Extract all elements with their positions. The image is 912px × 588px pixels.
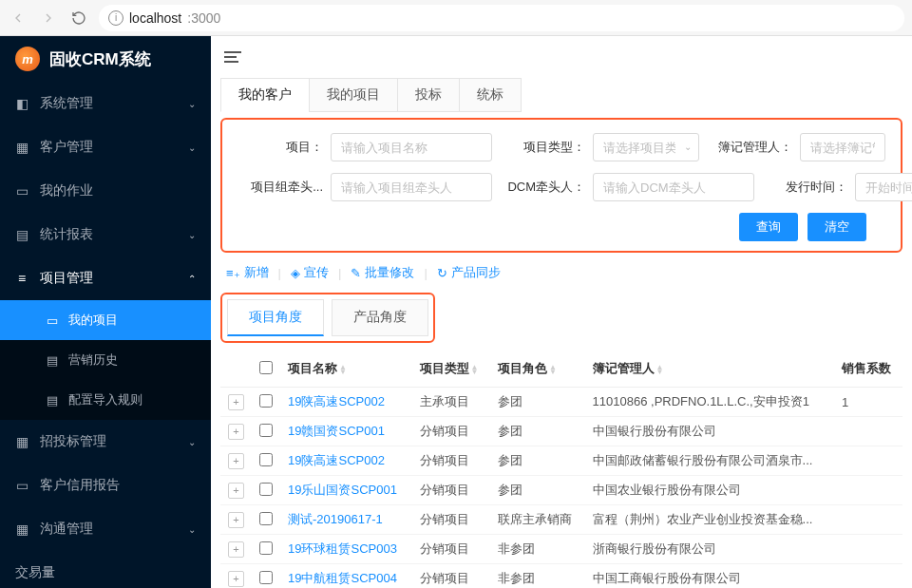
cell-type: 主承项目 [412, 388, 490, 417]
sidebar-item-homework[interactable]: ▭我的作业 [0, 169, 211, 213]
project-name-link[interactable]: 19陕高速SCP002 [288, 453, 385, 467]
expand-row-button[interactable]: + [228, 424, 244, 440]
expand-row-button[interactable]: + [228, 453, 244, 469]
url-host: localhost [129, 10, 181, 26]
tab-my-customer[interactable]: 我的客户 [220, 78, 310, 112]
row-checkbox[interactable] [259, 424, 273, 437]
sidebar-sub-marketing-history[interactable]: ▤营销历史 [0, 340, 211, 380]
chevron-down-icon: ⌄ [684, 142, 692, 152]
sidebar-item-customer[interactable]: ▦客户管理⌄ [0, 125, 211, 169]
filter-lead-input[interactable] [331, 173, 492, 201]
url-bar[interactable]: i localhost:3000 [99, 5, 904, 31]
doc-icon: ▤ [46, 353, 59, 368]
project-name-link[interactable]: 19环球租赁SCP003 [288, 541, 397, 556]
topbar [211, 36, 912, 78]
sidebar-sub-config-import[interactable]: ▤配置导入规则 [0, 380, 211, 420]
row-checkbox[interactable] [259, 541, 273, 555]
cell-booker: 浙商银行股份有限公司 [585, 535, 834, 564]
th-type[interactable]: 项目类型▲▼ [412, 351, 490, 388]
filter-dcm-input[interactable] [593, 173, 754, 201]
expand-row-button[interactable]: + [228, 512, 244, 528]
row-checkbox[interactable] [259, 571, 273, 584]
sort-icon: ▲▼ [656, 365, 664, 374]
grid-icon: ▦ [15, 522, 28, 537]
app-logo: m 固收CRM系统 [0, 36, 211, 82]
tab-unified-bid[interactable]: 统标 [459, 78, 522, 112]
cell-type: 分销项目 [412, 564, 490, 589]
card-icon: ▭ [15, 478, 28, 493]
cell-role: 参团 [490, 417, 585, 446]
row-checkbox[interactable] [259, 483, 273, 496]
cell-sales [834, 535, 902, 564]
expand-row-button[interactable]: + [228, 394, 244, 410]
project-name-link[interactable]: 19赣国资SCP001 [288, 424, 385, 438]
action-publicity[interactable]: ◈宣传 [287, 264, 332, 281]
filter-project-label: 项目： [238, 139, 323, 156]
tab-my-project[interactable]: 我的项目 [309, 78, 398, 112]
expand-row-button[interactable]: + [228, 571, 244, 587]
filter-project-input[interactable] [331, 133, 492, 161]
row-checkbox[interactable] [259, 394, 273, 408]
sort-icon: ▲▼ [549, 365, 557, 374]
sidebar-item-volume[interactable]: 交易量 [0, 551, 211, 588]
select-all-checkbox[interactable] [259, 361, 273, 374]
th-booker[interactable]: 簿记管理人▲▼ [585, 351, 834, 388]
cell-sales [834, 476, 902, 505]
th-sales[interactable]: 销售系数 [834, 351, 902, 388]
filter-booker-label: 簿记管理人： [707, 139, 792, 156]
cell-role: 参团 [490, 388, 585, 417]
th-role[interactable]: 项目角色▲▼ [490, 351, 585, 388]
th-name[interactable]: 项目名称▲▼ [280, 351, 412, 388]
expand-row-button[interactable]: + [228, 483, 244, 499]
nav-reload-button[interactable] [68, 8, 89, 28]
sidebar: m 固收CRM系统 ◧系统管理⌄ ▦客户管理⌄ ▭我的作业 ▤统计报表⌄ ≡项目… [0, 36, 211, 588]
main-content: 我的客户 我的项目 投标 统标 项目： 项目类型： ⌄ 簿记管理人： 项目组牵头… [211, 36, 912, 588]
tag-icon: ◈ [291, 266, 300, 280]
project-name-link[interactable]: 19陕高速SCP002 [288, 394, 385, 408]
dashboard-icon: ◧ [15, 96, 28, 111]
collapse-sidebar-button[interactable] [224, 48, 241, 66]
sidebar-item-bidding[interactable]: ▦招投标管理⌄ [0, 420, 211, 464]
action-batch-edit[interactable]: ✎批量修改 [347, 264, 418, 281]
filter-type-label: 项目类型： [500, 139, 585, 156]
project-name-link[interactable]: 19中航租赁SCP004 [288, 571, 397, 585]
nav-forward-button[interactable] [38, 8, 59, 28]
sidebar-sub-my-project[interactable]: ▭我的项目 [0, 300, 211, 340]
sidebar-item-project[interactable]: ≡项目管理⌃ [0, 256, 211, 300]
cell-booker: 富程（荆州）农业产业创业投资基金稳... [585, 505, 834, 535]
cell-type: 分销项目 [412, 505, 490, 535]
sort-icon: ▲▼ [339, 365, 347, 374]
action-add[interactable]: ≡₊新增 [222, 264, 273, 281]
project-name-link[interactable]: 测试-20190617-1 [288, 512, 383, 526]
row-checkbox[interactable] [259, 453, 273, 466]
chevron-down-icon: ⌄ [188, 142, 196, 153]
cell-booker: 中国农业银行股份有限公司 [585, 476, 834, 505]
chevron-down-icon: ⌄ [188, 99, 196, 109]
subtab-product-view[interactable]: 产品角度 [332, 299, 428, 336]
action-sync[interactable]: ↻产品同步 [433, 264, 504, 281]
sidebar-item-credit[interactable]: ▭客户信用报告 [0, 464, 211, 507]
row-checkbox[interactable] [259, 512, 273, 525]
tab-bid[interactable]: 投标 [397, 78, 460, 112]
cell-booker: 中国银行股份有限公司 [585, 417, 834, 446]
cell-type: 分销项目 [412, 446, 490, 476]
filter-type-select[interactable]: ⌄ [593, 133, 699, 161]
cell-sales [834, 446, 902, 476]
cell-sales: 1 [834, 388, 902, 417]
doc-icon: ▤ [46, 393, 59, 408]
clear-button[interactable]: 清空 [808, 213, 866, 241]
sidebar-item-system[interactable]: ◧系统管理⌄ [0, 82, 211, 125]
query-button[interactable]: 查询 [739, 213, 798, 241]
project-name-link[interactable]: 19乐山国资SCP001 [288, 483, 397, 497]
sidebar-item-reports[interactable]: ▤统计报表⌄ [0, 213, 211, 256]
filter-issue-input[interactable] [855, 173, 912, 201]
report-icon: ▤ [15, 227, 28, 242]
expand-row-button[interactable]: + [228, 541, 244, 558]
filter-booker-input[interactable] [800, 133, 885, 161]
chevron-up-icon: ⌃ [188, 274, 196, 284]
grid-icon: ▦ [15, 140, 28, 155]
cell-booker: 中国工商银行股份有限公司 [585, 564, 834, 589]
subtab-project-view[interactable]: 项目角度 [227, 299, 324, 336]
nav-back-button[interactable] [8, 8, 28, 28]
sidebar-item-comm[interactable]: ▦沟通管理⌄ [0, 507, 211, 551]
